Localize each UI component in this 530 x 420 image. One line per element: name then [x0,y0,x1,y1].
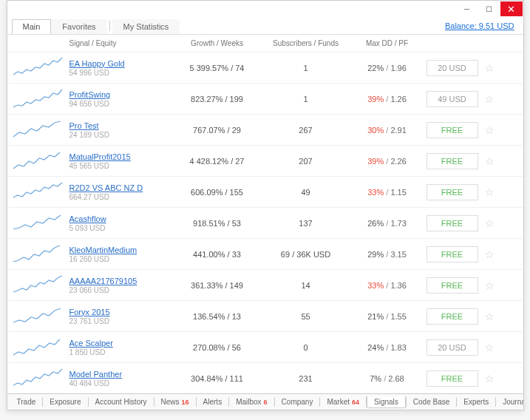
signal-row: ProfitSwing94 656 USD823.27% / 199139% /… [7,84,523,115]
signal-row: AAAAA21767910523 066 USD361.33% / 149143… [7,270,523,301]
bottom-tab-signals[interactable]: Signals [367,396,406,408]
header-maxdd[interactable]: Max DD / PF [350,39,424,47]
price-button[interactable]: FREE [427,308,478,325]
signal-name-link[interactable]: Foryx 2015 [69,308,173,316]
tab-main[interactable]: Main [12,19,52,34]
bottom-tab-market[interactable]: Market64 [320,396,366,407]
favorite-star-icon[interactable]: ☆ [480,311,500,322]
sparkline-chart [12,304,69,329]
badge-count: 6 [264,399,268,406]
header-growth[interactable]: Growth / Weeks [173,39,262,47]
price-button[interactable]: FREE [427,370,478,387]
price-button[interactable]: FREE [427,277,478,294]
tab-separator [109,21,110,31]
signal-name-link[interactable]: Pro Test [69,121,173,130]
signal-name-link[interactable]: ProfitSwing [69,90,173,99]
signal-row: Acashflow5 093 USD918.51% / 5313726% / 1… [7,208,523,239]
bottom-tab-news[interactable]: News16 [154,396,196,407]
subscribers-value: 231 [262,374,350,383]
subscribers-value: 14 [262,281,350,290]
balance-link[interactable]: Balance: 9.51 USD [445,21,519,30]
price-button[interactable]: 20 USD [427,339,478,356]
subscribers-value: 267 [262,126,350,135]
equity-value: 16 260 USD [69,255,173,263]
favorite-star-icon[interactable]: ☆ [480,342,500,353]
bottom-tab-experts[interactable]: Experts [457,396,495,407]
equity-value: 1 850 USD [69,348,173,356]
bottom-tab-exposure[interactable]: Exposure [43,396,87,407]
equity-value: 94 656 USD [69,100,173,108]
bottom-tab-code-base[interactable]: Code Base [407,396,456,407]
equity-value: 54 996 USD [69,69,173,77]
maxdd-value: 22% / 1.96 [350,64,424,72]
price-button[interactable]: FREE [427,215,478,231]
signal-name-link[interactable]: EA Happy Gold [69,59,173,68]
tab-my-statistics[interactable]: My Statistics [112,19,180,34]
favorite-star-icon[interactable]: ☆ [480,186,500,198]
maxdd-value: 7% / 2.68 [350,374,424,383]
growth-value: 918.51% / 53 [173,219,262,228]
price-button[interactable]: FREE [427,122,478,138]
signal-name-link[interactable]: Model Panther [69,370,173,379]
price-button[interactable]: FREE [427,246,478,262]
bottom-tab-mailbox[interactable]: Mailbox6 [229,396,274,407]
minimize-button[interactable]: ─ [456,1,478,16]
signal-name-link[interactable]: R2D2 VS ABC NZ D [69,183,173,192]
favorite-star-icon[interactable]: ☆ [480,373,500,385]
equity-value: 40 484 USD [69,379,173,387]
sparkline-chart [12,118,69,143]
maximize-button[interactable]: ☐ [478,1,500,16]
maxdd-value: 21% / 1.55 [350,312,424,321]
subscribers-value: 1 [262,95,350,104]
maxdd-value: 24% / 1.83 [350,343,424,352]
signals-list: EA Happy Gold54 996 USD5 399.57% / 74122… [7,52,523,393]
header-subscribers[interactable]: Subscribers / Funds [262,39,350,47]
subscribers-value: 1 [262,64,350,72]
signal-name-link[interactable]: Ace Scalper [69,339,173,348]
badge-count: 64 [352,399,359,406]
maxdd-value: 39% / 1.26 [350,95,424,104]
signal-name-link[interactable]: MatualProfit2015 [69,152,173,161]
header-signal[interactable]: Signal / Equity [69,39,173,47]
maxdd-value: 29% / 3.15 [350,250,424,259]
tab-favorites[interactable]: Favorites [51,19,106,34]
favorite-star-icon[interactable]: ☆ [480,217,500,229]
equity-value: 23 066 USD [69,286,173,294]
maxdd-value: 33% / 1.15 [350,188,424,197]
favorite-star-icon[interactable]: ☆ [480,155,500,167]
equity-value: 664.27 USD [69,193,173,201]
growth-value: 441.00% / 33 [173,250,262,259]
growth-value: 767.07% / 29 [173,126,262,135]
bottom-tab-company[interactable]: Company [275,396,320,407]
favorite-star-icon[interactable]: ☆ [480,280,500,291]
sparkline-chart [12,211,69,236]
growth-value: 270.08% / 56 [173,343,262,352]
favorite-star-icon[interactable]: ☆ [480,62,500,74]
signal-row: Model Panther40 484 USD304.84% / 1112317… [7,363,523,393]
favorite-star-icon[interactable]: ☆ [480,248,500,260]
favorite-star-icon[interactable]: ☆ [480,93,500,105]
signal-row: Foryx 201523 761 USD136.54% / 135521% / … [7,301,523,332]
growth-value: 4 428.12% / 27 [173,157,262,166]
bottom-tab-trade[interactable]: Trade [10,396,43,407]
signal-name-link[interactable]: AAAAA217679105 [69,277,173,285]
growth-value: 136.54% / 13 [173,312,262,321]
subscribers-value: 49 [262,188,350,197]
bottom-tab-account-history[interactable]: Account History [89,396,154,407]
signal-name-link[interactable]: KleoMartinMedium [69,245,173,254]
signal-row: Pro Test24 189 USD767.07% / 2926730% / 2… [7,115,523,146]
price-button[interactable]: 20 USD [427,60,478,76]
price-button[interactable]: FREE [427,153,478,169]
signal-name-link[interactable]: Acashflow [69,214,173,223]
price-button[interactable]: FREE [427,184,478,200]
equity-value: 45 565 USD [69,162,173,170]
equity-value: 23 761 USD [69,317,173,325]
growth-value: 304.84% / 111 [173,374,262,383]
bottom-tab-journal[interactable]: Journal [496,396,523,407]
bottom-tab-alerts[interactable]: Alerts [197,396,229,407]
bottom-tab-row: TradeExposureAccount HistoryNews16Alerts… [7,393,523,410]
close-button[interactable]: ✕ [500,1,523,16]
price-button[interactable]: 49 USD [427,91,478,107]
signal-row: KleoMartinMedium16 260 USD441.00% / 3369… [7,239,523,270]
favorite-star-icon[interactable]: ☆ [480,124,500,136]
